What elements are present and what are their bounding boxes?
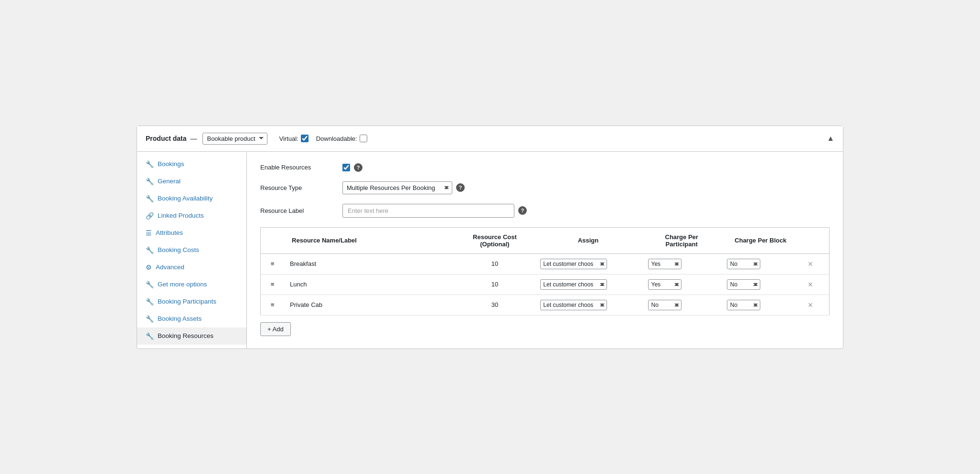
wrench-icon-more-options: 🔧 (146, 281, 154, 288)
delete-row-button-2[interactable]: ✕ (806, 301, 815, 309)
resource-label-input[interactable] (342, 204, 514, 218)
panel-title-dash: — (190, 135, 197, 142)
sidebar-label-assets: Booking Assets (158, 315, 202, 322)
virtual-label-text: Virtual: (279, 135, 298, 142)
downloadable-label-text: Downloadable: (316, 135, 357, 142)
sidebar-label-linked-products: Linked Products (158, 212, 204, 219)
sidebar-item-booking-resources[interactable]: 🔧 Booking Resources (137, 327, 246, 345)
wrench-icon-assets: 🔧 (146, 315, 154, 323)
resource-assign-cell-0: Let customer choos Assign (534, 253, 642, 274)
charge-participant-cell-0: Yes No (642, 253, 721, 274)
virtual-checkbox[interactable] (301, 135, 309, 142)
sidebar-label-more-options: Get more options (158, 281, 207, 288)
sidebar-label-advanced: Advanced (156, 263, 184, 271)
sidebar-item-booking-participants[interactable]: 🔧 Booking Participants (137, 293, 246, 310)
sidebar-label-availability: Booking Availability (158, 195, 213, 202)
resource-label-label: Resource Label (260, 207, 337, 214)
col-header-cost: Resource Cost (Optional) (455, 227, 534, 253)
col-header-charge-block: Charge Per Block (721, 227, 800, 253)
assign-select-1[interactable]: Let customer choos Assign (540, 279, 607, 290)
assign-select-0[interactable]: Let customer choos Assign (540, 259, 607, 269)
enable-resources-help-icon[interactable]: ? (354, 163, 362, 172)
resource-type-label: Resource Type (260, 184, 337, 191)
charge-block-select-2[interactable]: No Yes (727, 300, 760, 310)
wrench-icon-bookings: 🔧 (146, 160, 154, 168)
downloadable-checkbox[interactable] (360, 135, 367, 142)
sidebar-label-bookings: Bookings (158, 160, 184, 168)
content-area: Enable Resources ? Resource Type Multipl… (247, 152, 843, 348)
resource-type-row: Resource Type Multiple Resources Per Boo… (260, 181, 830, 194)
resource-label-help-icon[interactable]: ? (518, 206, 527, 215)
sidebar-item-linked-products[interactable]: 🔗 Linked Products (137, 207, 246, 224)
enable-resources-row: Enable Resources ? (260, 163, 830, 172)
virtual-downloadable-group: Virtual: Downloadable: (279, 135, 367, 142)
charge-participant-cell-1: Yes No (642, 274, 721, 295)
resource-type-help-icon[interactable]: ? (456, 183, 465, 192)
sidebar-label-resources: Booking Resources (158, 332, 213, 339)
product-type-select[interactable]: Bookable product (202, 133, 267, 145)
sidebar-item-booking-availability[interactable]: 🔧 Booking Availability (137, 190, 246, 207)
delete-cell-1: ✕ (800, 274, 829, 295)
sidebar-item-get-more-options[interactable]: 🔧 Get more options (137, 276, 246, 293)
resource-type-field: Multiple Resources Per Booking ? (342, 181, 465, 194)
panel-header: Product data — Bookable product Virtual:… (137, 126, 843, 152)
resource-label-row: Resource Label ? (260, 204, 830, 218)
resource-assign-cell-2: Let customer choos Assign (534, 295, 642, 315)
wrench-icon-availability: 🔧 (146, 195, 154, 202)
downloadable-label[interactable]: Downloadable: (316, 135, 367, 142)
col-header-delete (800, 227, 829, 253)
charge-block-cell-0: No Yes (721, 253, 800, 274)
charge-block-select-1[interactable]: No Yes (727, 279, 760, 290)
drag-handle-2[interactable]: ≡ (261, 295, 285, 315)
drag-handle-1[interactable]: ≡ (261, 274, 285, 295)
col-header-charge-participant: Charge Per Participant (642, 227, 721, 253)
resource-cost-cell-2: 30 (455, 295, 534, 315)
resource-type-select[interactable]: Multiple Resources Per Booking (342, 181, 452, 194)
charge-block-cell-2: No Yes (721, 295, 800, 315)
panel-title: Product data — (146, 135, 197, 142)
charge-block-select-0[interactable]: No Yes (727, 259, 760, 269)
col-header-drag (261, 227, 285, 253)
sidebar-item-booking-assets[interactable]: 🔧 Booking Assets (137, 310, 246, 327)
col-header-assign: Assign (534, 227, 642, 253)
panel-body: 🔧 Bookings 🔧 General 🔧 Booking Availabil… (137, 152, 843, 348)
add-resource-button[interactable]: + Add (260, 322, 291, 336)
sidebar-label-participants: Booking Participants (158, 298, 216, 305)
list-icon-attributes: ☰ (146, 229, 152, 237)
wrench-icon-resources: 🔧 (146, 332, 154, 340)
charge-participant-select-0[interactable]: Yes No (648, 259, 682, 269)
resource-name-cell-2: Private Cab (284, 295, 455, 315)
sidebar-item-bookings[interactable]: 🔧 Bookings (137, 156, 246, 173)
resource-cost-cell-1: 10 (455, 274, 534, 295)
panel-title-text: Product data (146, 135, 187, 142)
sidebar-item-general[interactable]: 🔧 General (137, 173, 246, 190)
charge-participant-select-1[interactable]: Yes No (648, 279, 682, 290)
product-data-panel: Product data — Bookable product Virtual:… (137, 126, 843, 349)
wrench-icon-general: 🔧 (146, 178, 154, 185)
delete-row-button-0[interactable]: ✕ (806, 260, 815, 268)
resource-name-cell-0: Breakfast (284, 253, 455, 274)
table-header-row: Resource Name/Label Resource Cost (Optio… (261, 227, 830, 253)
assign-select-2[interactable]: Let customer choos Assign (540, 300, 607, 310)
enable-resources-field: ? (342, 163, 362, 172)
sidebar-label-attributes: Attributes (156, 229, 183, 236)
table-row: ≡ Breakfast 10 Let customer choos Assign… (261, 253, 830, 274)
table-row: ≡ Lunch 10 Let customer choos Assign Yes… (261, 274, 830, 295)
sidebar-item-booking-costs[interactable]: 🔧 Booking Costs (137, 242, 246, 259)
enable-resources-label: Enable Resources (260, 164, 337, 171)
resource-assign-cell-1: Let customer choos Assign (534, 274, 642, 295)
resources-table: Resource Name/Label Resource Cost (Optio… (260, 227, 830, 316)
virtual-label[interactable]: Virtual: (279, 135, 308, 142)
charge-participant-cell-2: No Yes (642, 295, 721, 315)
collapse-arrow-icon[interactable]: ▲ (827, 134, 834, 143)
drag-handle-0[interactable]: ≡ (261, 253, 285, 274)
col-header-name: Resource Name/Label (284, 227, 455, 253)
sidebar-item-attributes[interactable]: ☰ Attributes (137, 224, 246, 242)
resource-name-cell-1: Lunch (284, 274, 455, 295)
delete-row-button-1[interactable]: ✕ (806, 281, 815, 288)
charge-participant-select-2[interactable]: No Yes (648, 300, 682, 310)
wrench-icon-costs: 🔧 (146, 246, 154, 254)
enable-resources-checkbox[interactable] (342, 164, 350, 171)
sidebar-item-advanced[interactable]: ⚙ Advanced (137, 259, 246, 276)
sidebar: 🔧 Bookings 🔧 General 🔧 Booking Availabil… (137, 152, 247, 348)
